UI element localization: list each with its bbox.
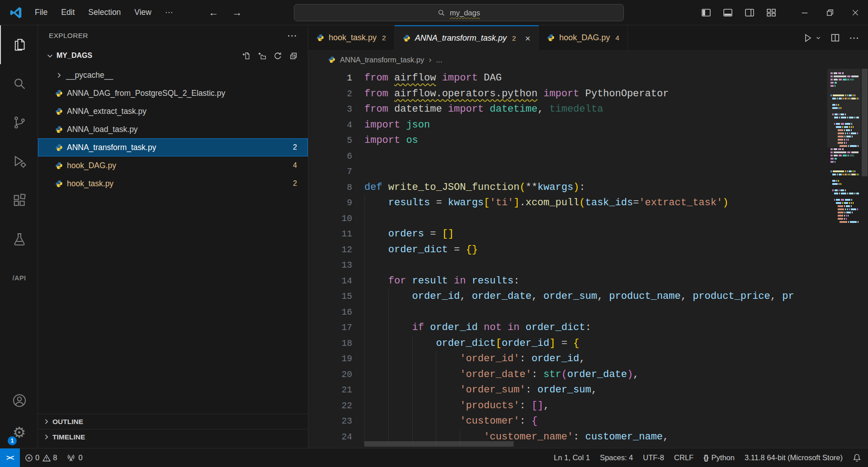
minimize-button[interactable] bbox=[792, 0, 817, 25]
menu-selection[interactable]: Selection bbox=[82, 5, 127, 20]
breadcrumb[interactable]: ANNA_transform_task.py › ... bbox=[308, 51, 868, 69]
collapse-all-icon[interactable] bbox=[289, 52, 298, 60]
toggle-primary-sidebar-icon[interactable] bbox=[695, 0, 717, 25]
code-line[interactable]: orders = [] bbox=[364, 226, 868, 242]
code-line[interactable]: if order_id not in order_dict: bbox=[364, 320, 868, 336]
tab-hook-dag[interactable]: hook_DAG.py 4 bbox=[539, 25, 628, 51]
code-line[interactable] bbox=[364, 211, 868, 227]
line-number: 21 bbox=[308, 382, 364, 398]
activity-extensions[interactable] bbox=[0, 181, 38, 220]
editor-more-icon[interactable]: ⋯ bbox=[849, 32, 859, 44]
python-interpreter[interactable]: 3.11.8 64-bit (Microsoft Store) bbox=[740, 448, 848, 467]
scrollbar-thumb[interactable] bbox=[862, 69, 868, 176]
menu-view[interactable]: View bbox=[128, 5, 157, 20]
activity-run-debug[interactable] bbox=[0, 142, 38, 181]
tab-anna-transform-task[interactable]: ANNA_transform_task.py 2 × bbox=[395, 25, 539, 51]
eol-status[interactable]: CRLF bbox=[669, 448, 698, 467]
tab-label: hook_DAG.py bbox=[559, 33, 610, 42]
code-line[interactable]: from airflow.operators.python import Pyt… bbox=[364, 86, 868, 102]
breadcrumb-more[interactable]: ... bbox=[436, 56, 442, 64]
code-line[interactable]: order_dict[order_id] = { bbox=[364, 336, 868, 352]
tree-item-hook-task[interactable]: hook_task.py 2 bbox=[38, 175, 308, 193]
refresh-icon[interactable] bbox=[274, 52, 282, 60]
breadcrumb-file[interactable]: ANNA_transform_task.py bbox=[340, 56, 424, 64]
code-line[interactable] bbox=[364, 164, 868, 180]
back-button[interactable]: ← bbox=[208, 7, 218, 19]
minimap-slider[interactable] bbox=[827, 69, 861, 147]
code-line[interactable]: 'order_sum': order_sum, bbox=[364, 382, 868, 398]
tab-hook-task[interactable]: hook_task.py 2 bbox=[308, 25, 395, 51]
code-line[interactable] bbox=[364, 258, 868, 274]
line-number: 11 bbox=[308, 226, 364, 242]
minimap[interactable] bbox=[827, 69, 861, 448]
toggle-panel-icon[interactable] bbox=[717, 0, 739, 25]
code-line[interactable]: import json bbox=[364, 118, 868, 133]
code-line[interactable]: 'products': [], bbox=[364, 398, 868, 414]
timeline-panel-header[interactable]: TIMELINE bbox=[38, 429, 308, 444]
chevron-right-icon bbox=[42, 433, 50, 441]
activity-accounts[interactable] bbox=[0, 385, 38, 416]
cursor-position[interactable]: Ln 1, Col 1 bbox=[549, 448, 595, 467]
remote-indicator[interactable]: >< bbox=[0, 448, 20, 467]
line-number: 10 bbox=[308, 211, 364, 227]
close-tab-icon[interactable]: × bbox=[525, 34, 530, 43]
encoding-status[interactable]: UTF-8 bbox=[638, 448, 669, 467]
menu-edit[interactable]: Edit bbox=[55, 5, 80, 20]
restore-button[interactable] bbox=[817, 0, 843, 25]
forward-button[interactable]: → bbox=[232, 7, 242, 19]
activity-source-control[interactable] bbox=[0, 103, 38, 142]
explorer-more-icon[interactable]: ⋯ bbox=[287, 30, 297, 42]
activity-api[interactable]: /API bbox=[0, 259, 38, 297]
code-line[interactable]: from airflow import DAG bbox=[364, 71, 868, 86]
tree-item-hook-dag[interactable]: hook_DAG.py 4 bbox=[38, 156, 308, 175]
tree-item-anna-extract-task[interactable]: ANNA_extract_task.py bbox=[38, 102, 308, 120]
activity-settings[interactable]: ⚙ 1 bbox=[0, 416, 38, 448]
close-window-button[interactable] bbox=[843, 0, 868, 25]
menu-file[interactable]: File bbox=[29, 5, 53, 20]
problems-status[interactable]: 0 8 bbox=[20, 448, 62, 467]
python-icon bbox=[547, 34, 555, 42]
code-line[interactable]: 'customer': { bbox=[364, 414, 868, 429]
split-editor-icon[interactable] bbox=[830, 33, 840, 42]
explorer-section-header[interactable]: MY_DAGS bbox=[38, 46, 308, 65]
code-line[interactable]: order_id, order_date, order_sum, product… bbox=[364, 289, 868, 305]
new-file-icon[interactable] bbox=[242, 52, 250, 60]
code-line[interactable]: from datetime import datetime, timedelta bbox=[364, 102, 868, 118]
tree-item-pycache[interactable]: __pycache__ bbox=[38, 66, 308, 84]
notifications-bell[interactable] bbox=[848, 448, 866, 467]
file-name: ANNA_DAG_from_PostgreSQL_2_Elastic.py bbox=[67, 89, 225, 98]
tree-item-anna-transform-task[interactable]: ANNA_transform_task.py 2 bbox=[38, 138, 308, 156]
code-line[interactable]: import os bbox=[364, 133, 868, 149]
menu-more-icon[interactable]: ⋯ bbox=[159, 5, 179, 20]
outline-panel-header[interactable]: OUTLINE bbox=[38, 414, 308, 429]
ports-status[interactable]: 0 bbox=[62, 448, 87, 467]
code-line[interactable]: def write_to_JSON_function(**kwargs): bbox=[364, 180, 868, 196]
account-icon bbox=[12, 393, 27, 408]
code-line[interactable] bbox=[364, 305, 868, 321]
new-folder-icon[interactable] bbox=[258, 52, 266, 60]
run-button[interactable] bbox=[803, 33, 821, 43]
tree-item-anna-load-task[interactable]: ANNA_load_task.py bbox=[38, 120, 308, 138]
code-line[interactable] bbox=[364, 149, 868, 165]
toggle-secondary-sidebar-icon[interactable] bbox=[739, 0, 760, 25]
code-line[interactable]: results = kwargs['ti'].xcom_pull(task_id… bbox=[364, 195, 868, 211]
activity-testing[interactable] bbox=[0, 220, 38, 259]
search-box[interactable]: my_dags bbox=[294, 4, 624, 21]
search-icon bbox=[438, 9, 445, 17]
activity-explorer[interactable] bbox=[0, 25, 38, 64]
indentation-status[interactable]: Spaces: 4 bbox=[595, 448, 638, 467]
section-title: MY_DAGS bbox=[57, 52, 92, 60]
titlebar-controls bbox=[695, 0, 868, 25]
code-lines[interactable]: from airflow import DAGfrom airflow.oper… bbox=[364, 71, 868, 448]
code-line[interactable]: 'order_id': order_id, bbox=[364, 351, 868, 367]
code-line[interactable]: for result in results: bbox=[364, 274, 868, 289]
activity-search[interactable] bbox=[0, 64, 38, 103]
file-tree: __pycache__ ANNA_DAG_from_PostgreSQL_2_E… bbox=[38, 65, 308, 414]
code-line[interactable]: order_dict = {} bbox=[364, 242, 868, 258]
language-mode[interactable]: {} Python bbox=[698, 448, 740, 467]
vertical-scrollbar[interactable] bbox=[861, 69, 868, 448]
customize-layout-icon[interactable] bbox=[760, 0, 782, 25]
tree-item-anna-dag-from-postgresql[interactable]: ANNA_DAG_from_PostgreSQL_2_Elastic.py bbox=[38, 84, 308, 102]
code-line[interactable]: 'order_date': str(order_date), bbox=[364, 367, 868, 383]
horizontal-scrollbar[interactable] bbox=[364, 441, 514, 447]
